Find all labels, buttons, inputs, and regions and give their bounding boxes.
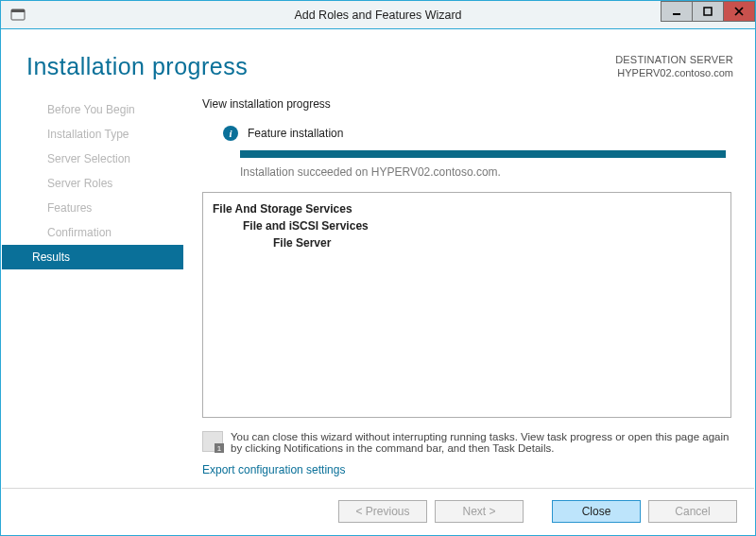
step-server-selection: Server Selection <box>2 147 183 171</box>
status-text: Installation succeeded on HYPERV02.conto… <box>240 165 731 179</box>
svg-rect-3 <box>704 8 712 15</box>
step-results: Results <box>2 245 183 269</box>
content-area: Installation progress DESTINATION SERVER… <box>2 30 754 534</box>
step-confirmation: Confirmation <box>2 220 183 245</box>
export-config-link[interactable]: Export configuration settings <box>202 463 731 476</box>
close-window-button[interactable] <box>723 1 755 22</box>
destination-label: DESTINATION SERVER <box>615 53 733 66</box>
step-before-you-begin: Before You Begin <box>2 97 183 122</box>
minimize-button[interactable] <box>661 1 693 22</box>
subheading: View installation progress <box>202 97 731 111</box>
window-controls <box>662 1 755 22</box>
header-row: Installation progress DESTINATION SERVER… <box>2 30 754 92</box>
previous-button: < Previous <box>338 500 427 523</box>
result-item: File And Storage Services <box>213 200 721 217</box>
main-panel: View installation progress i Feature ins… <box>183 92 754 488</box>
maximize-button[interactable] <box>692 1 724 22</box>
app-icon <box>7 4 29 26</box>
info-row: i Feature installation <box>223 126 731 141</box>
window-title: Add Roles and Features Wizard <box>1 9 755 22</box>
wizard-window: Add Roles and Features Wizard Installati… <box>0 0 756 536</box>
info-icon: i <box>223 126 238 141</box>
wizard-steps-sidebar: Before You Begin Installation Type Serve… <box>2 92 183 488</box>
svg-rect-1 <box>11 9 25 12</box>
destination-server: HYPERV02.contoso.com <box>615 66 733 79</box>
next-button: Next > <box>435 500 524 523</box>
results-box[interactable]: File And Storage Services File and iSCSI… <box>202 192 731 418</box>
close-button[interactable]: Close <box>552 500 641 523</box>
destination-info: DESTINATION SERVER HYPERV02.contoso.com <box>615 53 733 80</box>
step-server-roles: Server Roles <box>2 171 183 196</box>
tip-text: You can close this wizard without interr… <box>231 431 731 454</box>
step-features: Features <box>2 196 183 220</box>
footer-buttons: < Previous Next > Close Cancel <box>2 488 754 534</box>
flag-notification-icon <box>202 431 223 452</box>
result-item: File Server <box>213 234 721 251</box>
titlebar: Add Roles and Features Wizard <box>1 1 755 29</box>
step-installation-type: Installation Type <box>2 122 183 147</box>
body-row: Before You Begin Installation Type Serve… <box>2 92 754 488</box>
info-label: Feature installation <box>248 127 343 140</box>
result-item: File and iSCSI Services <box>213 217 721 234</box>
progress-bar <box>240 150 726 158</box>
page-title: Installation progress <box>26 53 248 80</box>
tip-row: You can close this wizard without interr… <box>202 431 731 454</box>
cancel-button: Cancel <box>648 500 737 523</box>
